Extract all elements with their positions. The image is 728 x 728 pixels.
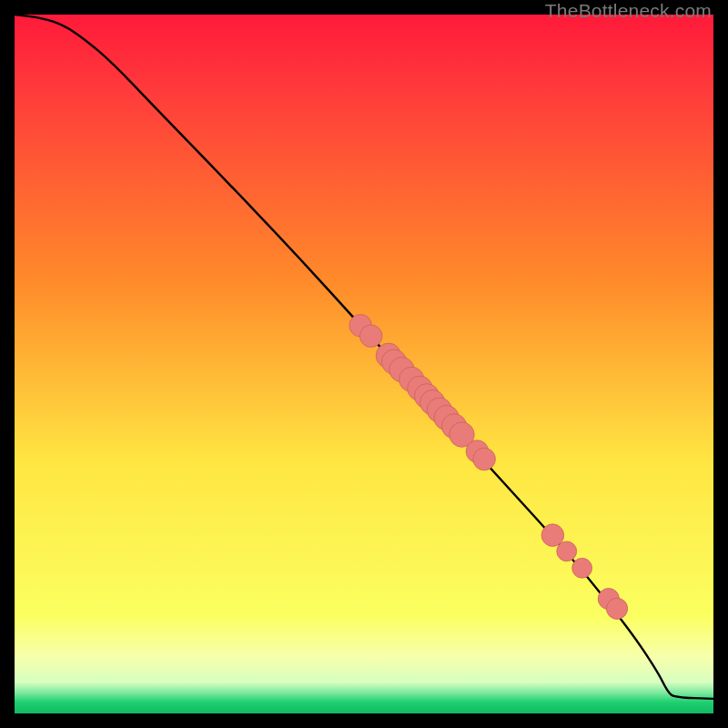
chart-svg <box>15 15 713 713</box>
data-marker <box>557 541 577 561</box>
chart-frame: TheBottleneck.com <box>0 0 728 728</box>
data-marker <box>572 558 592 578</box>
data-marker <box>473 448 496 470</box>
data-marker <box>606 598 627 619</box>
plot-area <box>15 15 713 713</box>
attribution-label: TheBottleneck.com <box>545 0 712 22</box>
data-marker <box>359 325 382 348</box>
